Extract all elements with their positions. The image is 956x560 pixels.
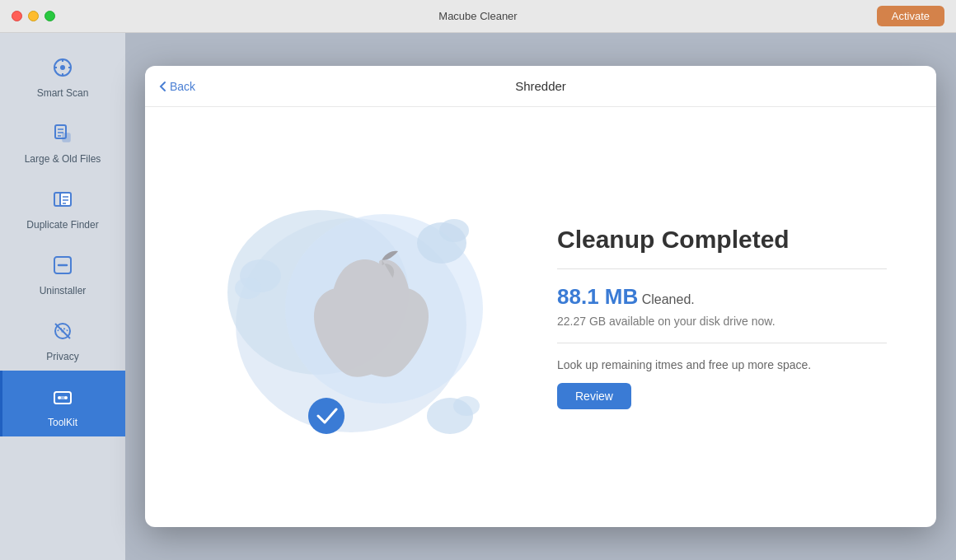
close-button[interactable] (12, 11, 22, 21)
sidebar-item-duplicate-finder[interactable]: Duplicate Finder (0, 173, 125, 239)
privacy-icon (48, 316, 77, 346)
large-old-files-icon (48, 119, 77, 148)
smart-scan-icon (48, 53, 77, 82)
divider-top (557, 268, 887, 269)
divider-bottom (557, 343, 887, 343)
app-body: Smart Scan Large & Old Files (0, 33, 956, 560)
sidebar-item-privacy[interactable]: Privacy (0, 305, 125, 371)
illustration-svg (194, 144, 508, 490)
modal-body: Cleanup Completed 88.1 MB Cleaned. 22.27… (145, 107, 936, 527)
uninstaller-icon (48, 250, 77, 280)
sidebar-item-toolkit-label: ToolKit (48, 417, 77, 428)
sidebar: Smart Scan Large & Old Files (0, 33, 125, 560)
sidebar-item-duplicate-finder-label: Duplicate Finder (26, 219, 98, 231)
cleanup-title: Cleanup Completed (557, 226, 887, 254)
sidebar-item-large-old-files[interactable]: Large & Old Files (0, 107, 125, 173)
svg-point-20 (61, 329, 64, 333)
sidebar-item-smart-scan[interactable]: Smart Scan (0, 41, 125, 107)
cleaned-amount-row: 88.1 MB Cleaned. (557, 284, 887, 310)
app-name: Macube Cleaner (438, 10, 517, 22)
toolkit-icon (48, 382, 77, 412)
duplicate-finder-icon (48, 184, 77, 214)
sidebar-item-privacy-label: Privacy (46, 351, 78, 362)
sidebar-item-large-old-files-label: Large & Old Files (25, 153, 101, 165)
disk-info: 22.27 GB available on your disk drive no… (557, 315, 887, 328)
svg-rect-10 (63, 133, 70, 142)
modal-header: Back Shredder (145, 66, 936, 107)
modal: Back Shredder (145, 66, 936, 527)
cleaned-suffix: Cleaned. (638, 292, 695, 306)
traffic-lights (12, 11, 55, 21)
svg-point-29 (439, 219, 469, 242)
sidebar-item-toolkit[interactable]: ToolKit (0, 371, 125, 436)
review-prompt: Look up remaining itmes and free up more… (557, 358, 887, 371)
svg-point-33 (453, 396, 480, 416)
review-button[interactable]: Review (557, 383, 631, 409)
title-bar: Macube Cleaner Activate (0, 0, 956, 33)
apple-illustration (194, 144, 508, 490)
back-button[interactable]: Back (158, 80, 195, 93)
active-indicator (0, 371, 2, 436)
sidebar-item-uninstaller[interactable]: Uninstaller (0, 239, 125, 305)
svg-point-31 (235, 278, 261, 299)
svg-point-34 (308, 398, 344, 434)
minimize-button[interactable] (28, 11, 39, 21)
sidebar-item-uninstaller-label: Uninstaller (40, 285, 87, 296)
result-panel: Cleanup Completed 88.1 MB Cleaned. 22.27… (557, 226, 887, 409)
svg-point-1 (60, 65, 65, 70)
svg-rect-24 (60, 396, 65, 399)
main-content: Back Shredder (125, 33, 956, 560)
back-label: Back (170, 80, 195, 93)
back-chevron-icon (158, 81, 166, 92)
activate-button[interactable]: Activate (877, 6, 944, 26)
sidebar-item-smart-scan-label: Smart Scan (37, 87, 89, 99)
cleaned-amount: 88.1 MB (557, 284, 638, 309)
maximize-button[interactable] (45, 11, 55, 21)
modal-title: Shredder (515, 79, 566, 93)
